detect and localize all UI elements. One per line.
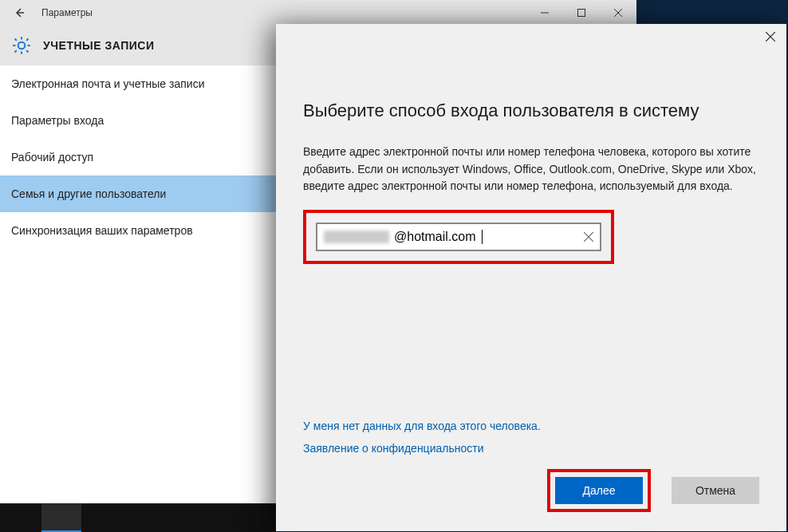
dialog-links: У меня нет данных для входа этого челове… (303, 420, 541, 455)
sidebar-item-label: Рабочий доступ (11, 151, 93, 164)
text-caret (482, 230, 483, 244)
close-window-button[interactable] (600, 0, 636, 26)
dialog-description: Введите адрес электронной почты или номе… (303, 144, 759, 195)
email-input-highlight: @hotmail.com (303, 210, 614, 264)
settings-heading: УЧЕТНЫЕ ЗАПИСИ (43, 39, 154, 52)
dialog-body: Выберите способ входа пользователя в сис… (276, 24, 786, 264)
arrow-left-icon (13, 6, 26, 19)
dialog-title: Выберите способ входа пользователя в сис… (303, 100, 759, 121)
sidebar-item-label: Синхронизация ваших параметров (11, 224, 193, 237)
sidebar-item-label: Параметры входа (11, 114, 104, 127)
minimize-button[interactable] (526, 0, 563, 26)
maximize-button[interactable] (563, 0, 600, 26)
link-privacy-statement[interactable]: Заявление о конфиденциальности (303, 442, 541, 455)
taskbar-fragment (0, 503, 276, 532)
link-no-signin-data[interactable]: У меня нет данных для входа этого челове… (303, 420, 541, 432)
email-value: @hotmail.com (394, 230, 476, 244)
cancel-button[interactable]: Отмена (672, 477, 759, 504)
sidebar-item-signin-options[interactable]: Параметры входа (0, 102, 279, 139)
gear-icon (11, 35, 32, 56)
sidebar-item-label: Электронная почта и учетные записи (11, 77, 204, 90)
minimize-icon (541, 9, 549, 17)
clear-input-button[interactable] (584, 232, 593, 242)
settings-sidebar: Электронная почта и учетные записи Парам… (0, 65, 279, 249)
settings-titlebar: Параметры (0, 0, 636, 26)
close-icon (584, 232, 593, 242)
close-icon (766, 32, 775, 41)
next-button-highlight: Далее (547, 469, 651, 512)
maximize-icon (577, 9, 585, 17)
sidebar-item-email-accounts[interactable]: Электронная почта и учетные записи (0, 65, 279, 102)
add-user-dialog: Выберите способ входа пользователя в сис… (276, 24, 786, 531)
next-button[interactable]: Далее (555, 477, 643, 504)
back-button[interactable] (0, 0, 38, 26)
redacted-text (324, 231, 389, 243)
email-input[interactable]: @hotmail.com (316, 223, 601, 251)
sidebar-item-sync-settings[interactable]: Синхронизация ваших параметров (0, 212, 279, 249)
taskbar-app-slot[interactable] (41, 503, 81, 532)
sidebar-item-family-users[interactable]: Семья и другие пользователи (0, 175, 279, 212)
sidebar-item-work-access[interactable]: Рабочий доступ (0, 139, 279, 175)
dialog-buttons: Далее Отмена (547, 469, 759, 512)
sidebar-item-label: Семья и другие пользователи (11, 187, 166, 200)
svg-rect-0 (578, 10, 585, 17)
window-controls (526, 0, 636, 26)
close-icon (614, 9, 622, 17)
dialog-close-button[interactable] (766, 32, 775, 41)
window-title: Параметры (41, 7, 93, 18)
